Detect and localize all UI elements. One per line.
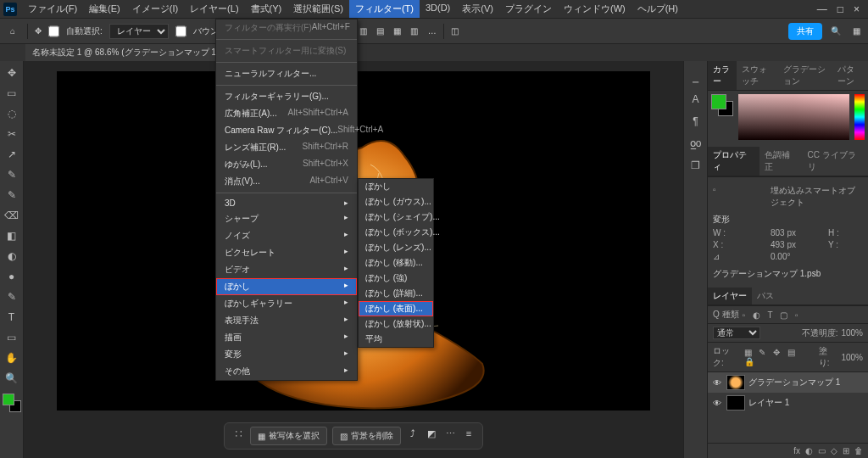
panel-tab[interactable]: グラデーション [778, 61, 832, 90]
menu-プラグイン[interactable]: プラグイン [499, 0, 558, 18]
menu-選択範囲(S)[interactable]: 選択範囲(S) [287, 0, 349, 18]
layer-row[interactable]: 👁グラデーションマップ 1 [708, 372, 868, 393]
tool-icon[interactable]: ✂ [3, 126, 20, 142]
filter-item[interactable]: 表現手法 [216, 312, 357, 329]
tool-icon[interactable]: ▭ [3, 329, 20, 346]
ctx-menu-icon[interactable]: ≡ [462, 427, 476, 440]
blur-item[interactable]: ぼかし (強) [359, 271, 433, 286]
layer-action-icon[interactable]: 🗑 [854, 446, 863, 455]
filter-item[interactable]: ぼかしギャラリー [216, 295, 357, 312]
show-transform-checkbox[interactable] [175, 24, 186, 39]
tool-icon[interactable]: 🔍 [3, 370, 20, 387]
tool-icon[interactable]: ✎ [3, 166, 20, 183]
panel-tab[interactable]: プロパティ [708, 147, 760, 176]
menu-表示(V)[interactable]: 表示(V) [456, 0, 499, 18]
menu-3D(D)[interactable]: 3D(D) [420, 0, 456, 18]
filter-item[interactable]: その他 [216, 363, 357, 380]
layer-thumbnail[interactable] [726, 375, 745, 390]
menu-ウィンドウ(W)[interactable]: ウィンドウ(W) [558, 0, 632, 18]
menu-ファイル(F)[interactable]: ファイル(F) [22, 0, 83, 18]
home-icon[interactable]: ⌂ [5, 24, 20, 39]
transform-icon[interactable]: ⤴ [406, 427, 420, 440]
panel-icon[interactable]: ⎯ [693, 71, 698, 83]
blur-item[interactable]: ぼかし (表面)... [359, 301, 433, 316]
width-value[interactable]: 803 px [771, 228, 821, 237]
drag-handle-icon[interactable]: ⸬ [231, 427, 245, 440]
layer-action-icon[interactable]: ⊞ [843, 446, 849, 455]
filter-item[interactable]: ニューラルフィルター... [216, 65, 357, 82]
blur-item[interactable]: ぼかし (放射状)... [359, 316, 433, 332]
filter-item[interactable]: ビデオ [216, 261, 357, 278]
tool-icon[interactable]: ✎ [3, 288, 20, 305]
maximize-button[interactable]: □ [837, 3, 843, 15]
tool-icon[interactable]: ▭ [3, 85, 20, 102]
menu-イメージ(I)[interactable]: イメージ(I) [126, 0, 184, 18]
blur-item[interactable]: ぼかし [359, 179, 433, 194]
panel-icon[interactable]: ¶ [693, 115, 698, 127]
blend-mode-select[interactable]: 通常 [713, 327, 760, 339]
tool-icon[interactable]: ✥ [3, 64, 20, 81]
blur-item[interactable]: ぼかし (シェイプ)... [359, 209, 433, 225]
filter-item[interactable]: 描画 [216, 329, 357, 346]
blur-item[interactable]: ぼかし (詳細)... [359, 286, 433, 301]
auto-select-target[interactable]: レイヤー [109, 24, 169, 39]
blur-item[interactable]: ぼかし (移動)... [359, 255, 433, 271]
layer-action-icon[interactable]: fx [793, 446, 800, 455]
menu-編集(E)[interactable]: 編集(E) [83, 0, 126, 18]
hue-slider[interactable] [854, 94, 865, 140]
panel-tab[interactable]: レイヤー [708, 288, 752, 304]
tool-icon[interactable]: ↗ [3, 146, 20, 163]
panel-tab[interactable]: カラー [708, 61, 737, 90]
tool-icon[interactable]: ◐ [3, 248, 20, 265]
filter-item[interactable]: ゆがみ(L)...Shift+Ctrl+X [216, 156, 357, 173]
filter-item[interactable]: 消点(V)...Alt+Ctrl+V [216, 173, 357, 190]
select-subject-button[interactable]: ▦ 被写体を選択 [250, 427, 327, 445]
tool-icon[interactable]: ✎ [3, 187, 20, 204]
fgbg-swatch[interactable] [711, 94, 733, 116]
tool-icon[interactable]: ● [3, 268, 20, 285]
visibility-icon[interactable]: 👁 [713, 378, 723, 388]
filter-item[interactable]: レンズ補正(R)...Shift+Ctrl+R [216, 139, 357, 156]
angle-value[interactable]: 0.00° [771, 252, 821, 261]
fill-value[interactable]: 100% [841, 353, 863, 362]
tool-icon[interactable]: ◧ [3, 227, 20, 244]
mask-icon[interactable]: ◩ [425, 427, 438, 440]
panel-tab[interactable]: パス [752, 288, 779, 304]
filter-item[interactable]: ノイズ [216, 227, 357, 244]
blur-item[interactable]: ぼかし (ボックス)... [359, 225, 433, 240]
panel-icon[interactable]: A [692, 93, 698, 105]
workspace-icon[interactable]: ▦ [849, 25, 863, 38]
share-button[interactable]: 共有 [788, 23, 822, 40]
filter-item[interactable]: シャープ [216, 210, 357, 227]
filter-item[interactable]: ピクセレート [216, 244, 357, 261]
panel-tab[interactable]: 色調補正 [760, 147, 803, 176]
layer-row[interactable]: 👁レイヤー 1 [708, 393, 868, 413]
menu-フィルター(T)[interactable]: フィルター(T) [349, 0, 420, 18]
blur-item[interactable]: 平均 [359, 332, 433, 347]
panel-tab[interactable]: パターン [832, 61, 868, 90]
menu-レイヤー(L)[interactable]: レイヤー(L) [184, 0, 244, 18]
filter-item[interactable]: 変形 [216, 346, 357, 363]
menu-書式(Y)[interactable]: 書式(Y) [245, 0, 288, 18]
blur-item[interactable]: ぼかし (ガウス)... [359, 194, 433, 209]
filter-item[interactable]: 3D [216, 196, 357, 210]
search-icon[interactable]: 🔍 [829, 25, 843, 38]
3d-mode-icon[interactable]: ◫ [451, 26, 459, 36]
tool-icon[interactable]: ✋ [3, 349, 20, 366]
layer-thumbnail[interactable] [726, 395, 745, 411]
more-icon[interactable]: ⋯ [443, 427, 457, 440]
panel-tab[interactable]: CC ライブラリ [803, 147, 868, 176]
filter-icons[interactable]: ▫ ◐ T ▢ ▫ [743, 310, 801, 320]
more-button[interactable]: … [428, 26, 437, 36]
close-button[interactable]: × [854, 3, 860, 15]
filter-item[interactable]: フィルターギャラリー(G)... [216, 88, 357, 105]
layer-action-icon[interactable]: ◇ [831, 446, 837, 455]
x-value[interactable]: 493 px [771, 240, 821, 249]
layer-action-icon[interactable]: ◐ [805, 446, 813, 455]
minimize-button[interactable]: — [817, 3, 827, 15]
color-picker[interactable] [738, 94, 849, 140]
panel-tab[interactable]: スウォッチ [737, 61, 778, 90]
visibility-icon[interactable]: 👁 [713, 399, 723, 408]
fgbg-colors[interactable] [3, 394, 21, 412]
opacity-value[interactable]: 100% [841, 328, 863, 338]
